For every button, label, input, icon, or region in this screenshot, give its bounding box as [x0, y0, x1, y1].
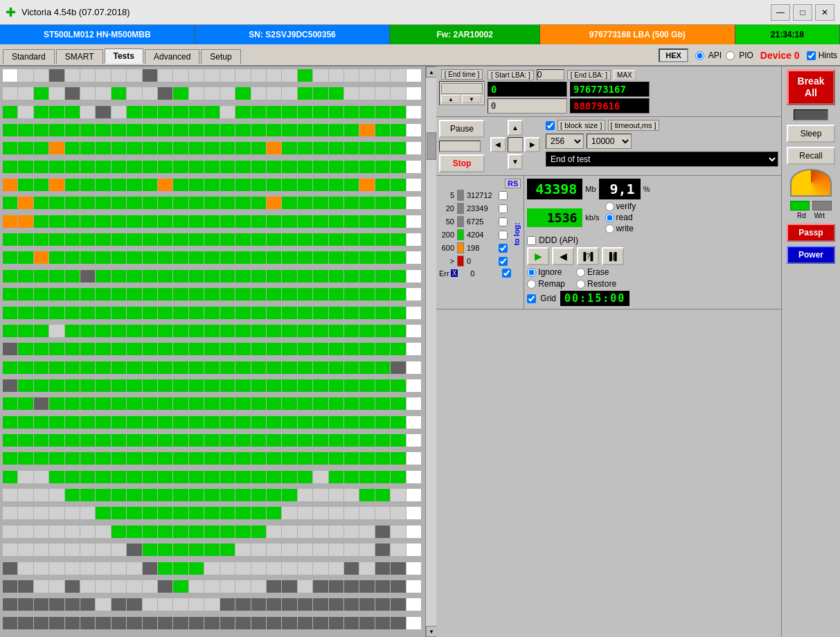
read-radio[interactable]	[605, 213, 614, 222]
play-seek-button[interactable]: ▐?▌	[577, 247, 599, 265]
stat-check-5[interactable]	[499, 191, 508, 200]
end-of-test-select[interactable]: End of test	[546, 152, 778, 167]
play-end-button[interactable]: ▐|▌	[602, 247, 624, 265]
scroll-track	[426, 78, 436, 626]
stat-check-600[interactable]	[499, 244, 508, 253]
scroll-up-arrow[interactable]: ▲	[426, 66, 436, 78]
stop-button[interactable]: Stop	[439, 154, 485, 172]
tab-smart[interactable]: SMART	[56, 49, 103, 64]
map-cell	[251, 161, 266, 173]
play-forward-button[interactable]: ▶	[527, 247, 549, 265]
map-cell	[329, 562, 343, 575]
power-button[interactable]: Power	[787, 246, 835, 264]
tab-advanced[interactable]: Advanced	[145, 49, 199, 64]
map-cell	[173, 288, 188, 300]
tab-tests[interactable]: Tests	[105, 48, 143, 64]
api-radio[interactable]	[695, 51, 704, 60]
map-scrollbar[interactable]: ▲ ▼	[425, 66, 436, 637]
dir-right-button[interactable]: ▶	[524, 137, 540, 153]
remap-radio[interactable]	[527, 280, 536, 289]
to-log-label: to log:	[512, 222, 521, 246]
write-radio[interactable]	[605, 224, 614, 233]
play-back-button[interactable]: ◀	[552, 247, 574, 265]
dir-left-button[interactable]: ◀	[490, 137, 506, 153]
map-cell	[34, 270, 48, 282]
dir-down-button[interactable]: ▼	[508, 154, 524, 170]
dir-checkbox[interactable]	[546, 121, 555, 130]
map-cell	[173, 197, 188, 209]
map-cell	[65, 361, 80, 374]
erase-radio[interactable]	[576, 268, 585, 277]
recall-button[interactable]: Recall	[787, 147, 835, 165]
maximize-button[interactable]: □	[793, 4, 812, 21]
map-cell	[111, 270, 126, 282]
map-cell	[406, 489, 421, 501]
map-cell	[49, 288, 64, 300]
map-cell	[111, 215, 126, 228]
ddd-label: DDD (API)	[539, 235, 578, 245]
map-cell	[204, 142, 219, 154]
ignore-radio[interactable]	[527, 268, 536, 277]
map-cell	[329, 161, 343, 173]
stat-check-gt[interactable]	[499, 257, 508, 266]
scroll-down-arrow[interactable]: ▼	[426, 626, 436, 637]
stat-check-20[interactable]	[499, 204, 508, 213]
map-cell	[298, 526, 312, 538]
map-cell	[406, 544, 421, 556]
ddd-checkbox[interactable]	[527, 236, 536, 245]
map-cell	[96, 161, 110, 173]
close-button[interactable]: ✕	[815, 4, 834, 21]
serial-info: SN: S2SVJ9DC500356	[195, 25, 391, 44]
map-cell	[34, 142, 48, 154]
map-cell	[406, 69, 421, 82]
minimize-button[interactable]: —	[771, 4, 790, 21]
block-size-select[interactable]: 256	[546, 134, 584, 149]
map-cell	[143, 452, 157, 465]
stat-err-check[interactable]	[502, 269, 511, 278]
break-all-button[interactable]: BreakAll	[787, 69, 835, 105]
lba-value-2[interactable]: 976773167	[570, 82, 650, 97]
max-button[interactable]: MAX	[614, 70, 636, 80]
verify-radio[interactable]	[605, 202, 614, 211]
restore-radio[interactable]	[576, 280, 585, 289]
restore-label: Restore	[587, 279, 616, 289]
tab-standard[interactable]: Standard	[3, 49, 55, 64]
sleep-button[interactable]: Sleep	[787, 125, 835, 143]
scroll-thumb[interactable]	[427, 132, 436, 160]
dir-up-button[interactable]: ▲	[508, 120, 524, 136]
map-cell	[220, 598, 235, 611]
map-cell	[313, 215, 328, 228]
map-cell	[96, 452, 110, 465]
end-time-down[interactable]: ▼	[462, 95, 481, 103]
map-cell	[344, 598, 359, 611]
pio-radio[interactable]	[726, 51, 735, 60]
end-time-up[interactable]: ▲	[441, 95, 461, 103]
map-cell	[96, 379, 110, 392]
lba-value-4[interactable]: 88879616	[570, 98, 650, 114]
map-cell	[173, 562, 188, 575]
map-cell	[80, 397, 95, 410]
hex-button[interactable]: HEX	[659, 48, 688, 62]
map-cell	[313, 434, 328, 447]
lba-value-1[interactable]: 0	[488, 82, 567, 97]
map-cell	[406, 617, 421, 629]
timeout-select[interactable]: 10000	[587, 134, 632, 149]
map-cell	[251, 307, 266, 319]
tab-setup[interactable]: Setup	[201, 49, 240, 64]
start-lba-input[interactable]	[537, 69, 564, 80]
pause-button[interactable]: Pause	[439, 120, 485, 138]
map-cell	[267, 489, 281, 501]
map-cell	[18, 179, 33, 191]
map-cell	[313, 617, 328, 629]
lba-value-3[interactable]: 0	[488, 98, 567, 114]
stat-check-50[interactable]	[499, 217, 508, 226]
map-cell	[204, 197, 219, 209]
map-cell	[391, 416, 405, 429]
map-cell	[235, 325, 250, 337]
map-cell	[65, 106, 80, 118]
hints-checkbox[interactable]	[807, 51, 816, 60]
grid-checkbox[interactable]	[527, 294, 536, 303]
map-cell	[80, 179, 95, 191]
passp-button[interactable]: Passp	[787, 224, 835, 242]
stat-check-200[interactable]	[499, 231, 508, 240]
